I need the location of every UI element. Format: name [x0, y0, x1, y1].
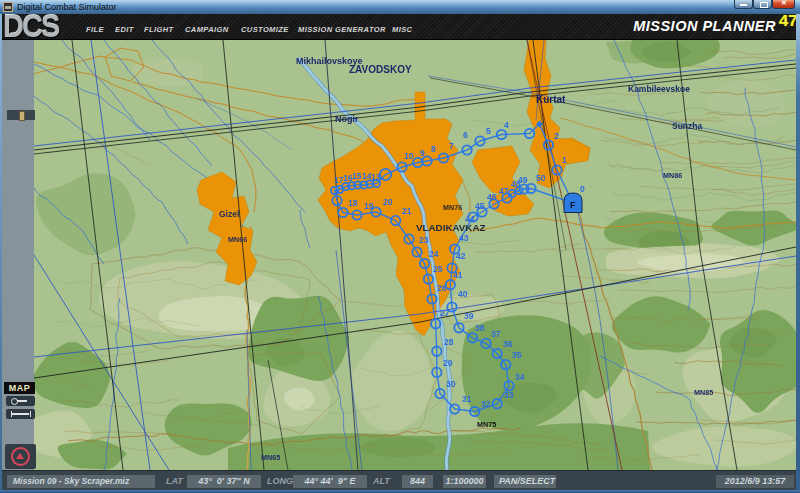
svg-text:26: 26: [437, 283, 447, 293]
svg-text:F: F: [570, 200, 576, 210]
svg-text:20: 20: [383, 197, 393, 207]
svg-text:9: 9: [420, 148, 425, 158]
svg-text:21: 21: [402, 206, 412, 216]
svg-text:41: 41: [453, 270, 463, 280]
svg-text:14: 14: [362, 171, 372, 181]
svg-text:10: 10: [404, 151, 414, 161]
svg-text:6: 6: [463, 130, 468, 140]
svg-text:MN86: MN86: [663, 171, 682, 180]
svg-text:32: 32: [481, 399, 491, 409]
svg-text:18: 18: [348, 198, 358, 208]
svg-text:39: 39: [464, 311, 474, 321]
svg-text:Nogir: Nogir: [335, 114, 359, 124]
svg-text:MN65: MN65: [261, 453, 280, 462]
svg-text:46: 46: [487, 192, 497, 202]
svg-text:50: 50: [536, 173, 546, 183]
svg-text:Kambileevskoe: Kambileevskoe: [628, 84, 690, 94]
svg-text:49: 49: [518, 175, 528, 185]
svg-text:25: 25: [433, 264, 443, 274]
svg-text:30: 30: [446, 379, 456, 389]
svg-text:MN76: MN76: [443, 203, 462, 212]
svg-text:40: 40: [458, 289, 468, 299]
svg-text:Kurtat: Kurtat: [536, 94, 566, 105]
svg-text:38: 38: [475, 323, 485, 333]
svg-text:ZAVODSKOY: ZAVODSKOY: [349, 64, 412, 75]
svg-text:24: 24: [429, 249, 439, 259]
svg-text:13: 13: [371, 172, 381, 182]
svg-text:1: 1: [562, 155, 567, 165]
svg-text:27: 27: [440, 308, 450, 318]
svg-text:29: 29: [443, 358, 453, 368]
svg-text:0: 0: [580, 184, 585, 194]
svg-text:8: 8: [431, 144, 436, 154]
svg-text:MN85: MN85: [694, 388, 713, 397]
svg-text:Gizel: Gizel: [219, 209, 239, 219]
svg-text:33: 33: [504, 390, 514, 400]
svg-text:VLADIKAVKAZ: VLADIKAVKAZ: [416, 222, 485, 233]
svg-text:MN75: MN75: [477, 420, 496, 429]
svg-text:36: 36: [503, 339, 513, 349]
svg-text:47: 47: [499, 186, 509, 196]
svg-text:42: 42: [456, 251, 466, 261]
svg-text:2: 2: [554, 131, 559, 141]
svg-text:16: 16: [343, 173, 353, 183]
svg-text:23: 23: [419, 235, 429, 245]
svg-text:31: 31: [462, 394, 472, 404]
svg-text:37: 37: [491, 329, 501, 339]
svg-text:43: 43: [459, 233, 469, 243]
svg-text:28: 28: [444, 337, 454, 347]
svg-text:5: 5: [486, 126, 491, 136]
svg-text:35: 35: [512, 350, 522, 360]
svg-text:7: 7: [449, 141, 454, 151]
svg-text:15: 15: [352, 171, 362, 181]
svg-text:34: 34: [515, 372, 525, 382]
svg-text:45: 45: [475, 201, 485, 211]
svg-text:17: 17: [334, 175, 344, 185]
svg-text:MN66: MN66: [228, 235, 247, 244]
svg-text:4: 4: [504, 120, 509, 130]
svg-text:Sunzha: Sunzha: [672, 121, 702, 131]
svg-text:19: 19: [364, 201, 374, 211]
